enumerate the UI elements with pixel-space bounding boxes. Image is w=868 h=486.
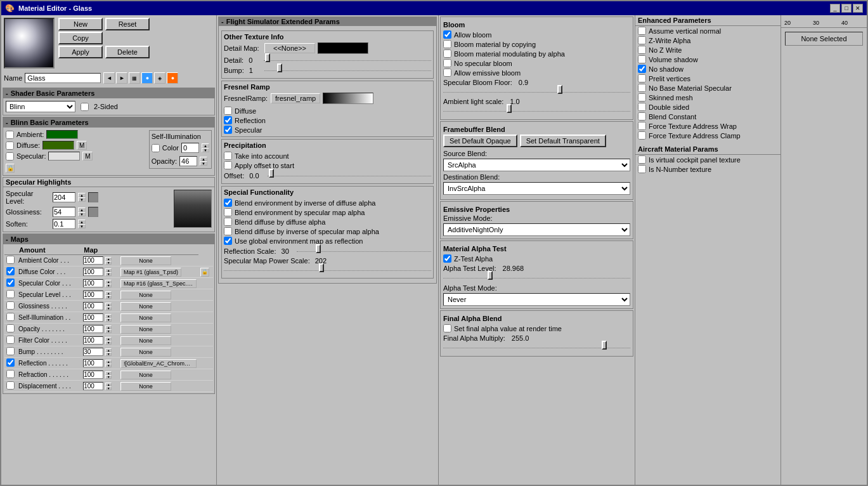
minimize-button[interactable]: _ [830, 4, 840, 13]
set-default-transparent-btn[interactable]: Set Default Transparent [520, 135, 606, 147]
close-button[interactable]: ✕ [853, 4, 863, 13]
alpha-test-slider[interactable] [443, 273, 630, 282]
enhanced-check-11[interactable] [638, 131, 646, 140]
new-button[interactable]: New [58, 18, 103, 30]
enhanced-check-9[interactable] [638, 112, 646, 121]
z-test-alpha-check[interactable] [443, 254, 451, 263]
spec-bloom-slider[interactable] [443, 88, 630, 96]
flight-sim-header[interactable]: - Flight Simulator Extended Params [219, 17, 436, 26]
color-value[interactable] [181, 143, 199, 153]
lock-icon[interactable]: 🔒 [6, 164, 15, 173]
map-row-check-9[interactable] [6, 358, 15, 367]
map-name-btn-8[interactable]: None [120, 348, 171, 357]
icon-sphere-color[interactable]: ● [141, 72, 153, 84]
map-name-btn-0[interactable]: None [120, 256, 171, 265]
specular-check[interactable] [6, 152, 14, 161]
map-name-btn-1[interactable]: Map #1 (glass_T.psd) [120, 268, 181, 277]
map-lock-icon[interactable]: 🔒 [200, 268, 209, 277]
gloss-up[interactable]: ▲ [78, 207, 86, 212]
map-row-check-1[interactable] [6, 267, 15, 275]
detail-map-btn[interactable]: <<None>> [264, 43, 315, 53]
map-amount-7[interactable] [83, 336, 103, 345]
bump-slider-handle[interactable] [277, 63, 282, 72]
opacity-spin-up[interactable]: ▲ [200, 157, 207, 161]
final-alpha-slider[interactable] [443, 343, 630, 352]
opacity-spin-down[interactable]: ▼ [200, 161, 207, 166]
map-amount-down-9[interactable]: ▼ [105, 364, 112, 367]
spec-level-up[interactable]: ▲ [78, 193, 86, 197]
specular-map-btn[interactable]: M [82, 152, 93, 161]
gloss-down[interactable]: ▼ [78, 212, 86, 216]
map-name-btn-2[interactable]: Map #16 (glass_T_Spec.psd) [120, 279, 197, 288]
nav-icon-next[interactable]: ► [116, 72, 127, 84]
map-amount-8[interactable] [83, 348, 103, 356]
twosided-checkbox[interactable] [81, 103, 89, 111]
color-spin-down[interactable]: ▼ [202, 148, 209, 152]
map-row-check-11[interactable] [6, 381, 15, 390]
final-alpha-handle[interactable] [602, 341, 607, 350]
map-amount-1[interactable] [83, 268, 103, 276]
opacity-value[interactable] [179, 156, 197, 166]
map-row-check-8[interactable] [6, 347, 15, 355]
icon-color2[interactable]: ● [167, 72, 178, 84]
specular-swatch[interactable] [48, 152, 80, 161]
ambient-light-handle[interactable] [507, 104, 512, 113]
source-blend-select[interactable]: SrcAlpha [443, 159, 630, 171]
blend-diffuse-alpha-check[interactable] [224, 218, 232, 226]
take-into-account-check[interactable] [224, 152, 232, 160]
fresnel-diffuse-check[interactable] [224, 107, 232, 115]
map-amount-down-6[interactable]: ▼ [105, 329, 112, 333]
map-row-check-6[interactable] [6, 324, 15, 332]
enhanced-check-0[interactable] [638, 27, 646, 35]
reset-button[interactable]: Reset [105, 18, 150, 30]
bloom-modulating-check[interactable] [443, 49, 451, 58]
map-amount-down-10[interactable]: ▼ [105, 375, 112, 379]
map-row-check-3[interactable] [6, 290, 15, 298]
spec-level-down[interactable]: ▼ [78, 197, 86, 202]
emissive-mode-select[interactable]: AdditiveNightOnly [443, 223, 630, 236]
shader-select[interactable]: Blinn [6, 101, 75, 112]
bump-slider[interactable] [264, 66, 431, 75]
map-amount-6[interactable] [83, 325, 103, 333]
map-amount-down-11[interactable]: ▼ [105, 386, 112, 390]
reflection-scale-slider[interactable] [297, 247, 431, 256]
diffuse-swatch[interactable] [42, 141, 74, 150]
map-amount-10[interactable] [83, 371, 103, 379]
map-amount-down-0[interactable]: ▼ [105, 261, 112, 265]
dest-blend-select[interactable]: InvSrcAlpha [443, 182, 630, 195]
map-amount-down-7[interactable]: ▼ [105, 341, 112, 345]
no-specular-bloom-check[interactable] [443, 59, 451, 67]
map-amount-down-3[interactable]: ▼ [105, 295, 112, 299]
alpha-test-handle[interactable] [488, 271, 493, 280]
set-default-opaque-btn[interactable]: Set Default Opaque [443, 135, 517, 147]
enhanced-check-2[interactable] [638, 46, 646, 54]
blend-env-inv-check[interactable] [224, 199, 232, 207]
blend-diffuse-inv-spec-check[interactable] [224, 227, 232, 235]
aircraft-check-1[interactable] [638, 165, 646, 173]
soften-input[interactable] [53, 219, 75, 229]
map-amount-down-1[interactable]: ▼ [105, 272, 112, 276]
color-spin-up[interactable]: ▲ [202, 143, 209, 148]
set-final-alpha-check[interactable] [443, 324, 451, 332]
diffuse-map-btn[interactable]: M [77, 141, 87, 150]
spec-bloom-handle[interactable] [557, 85, 562, 94]
use-global-env-check[interactable] [224, 237, 232, 245]
fresnel-btn[interactable]: fresnel_ramp [271, 93, 320, 103]
enhanced-check-5[interactable] [638, 74, 646, 82]
alpha-test-mode-select[interactable]: Never [443, 293, 630, 306]
copy-button[interactable]: Copy [58, 32, 103, 44]
map-amount-2[interactable] [83, 279, 103, 287]
apply-button[interactable]: Apply [58, 46, 103, 58]
apply-offset-check[interactable] [224, 161, 232, 169]
map-amount-9[interactable] [83, 359, 103, 367]
icon-checkerboard[interactable]: ▦ [129, 72, 140, 84]
map-name-btn-6[interactable]: None [120, 325, 171, 334]
map-amount-down-4[interactable]: ▼ [105, 306, 112, 310]
enhanced-check-8[interactable] [638, 103, 646, 111]
ambient-check[interactable] [6, 131, 14, 139]
specular-power-slider[interactable] [224, 266, 431, 275]
map-name-btn-4[interactable]: None [120, 302, 171, 311]
soften-down[interactable]: ▼ [78, 224, 86, 228]
spec-level-input[interactable] [53, 192, 75, 202]
map-amount-3[interactable] [83, 291, 103, 299]
